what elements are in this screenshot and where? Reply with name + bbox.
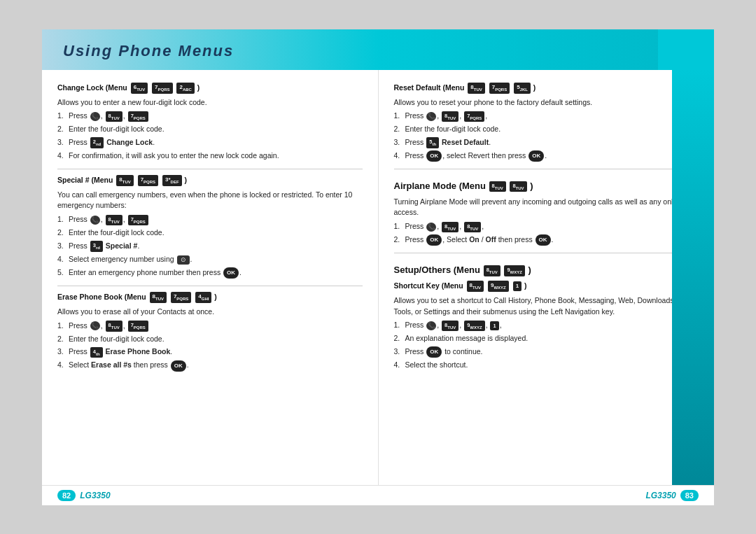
key-badge: 4GHI (195, 292, 211, 303)
key-badge: 2nd (90, 137, 104, 148)
airplane-mode-section: Airplane Mode (Menu 8TUV 8TUV ) Turning … (394, 179, 699, 246)
key-badge: 1 (490, 321, 498, 330)
left-model-name: LG3350 (80, 491, 110, 500)
page-container: Using Phone Menus Change Lock (Menu 6TUV… (42, 29, 714, 505)
right-page-number: 83 (680, 490, 699, 501)
step-item: 2.Press OK, Select On / Off then press O… (394, 234, 699, 246)
key-badge: 9WXYZ (464, 321, 485, 332)
setup-others-title: Setup/Others (Menu 8TUV 9WXYZ ) (394, 263, 699, 277)
ok-key: OK (426, 346, 442, 358)
nav-icon: ⊙ (177, 255, 190, 265)
change-lock-steps: 1.Press 📞, 8TUV, 7PQRS 2.Enter the four-… (57, 111, 363, 161)
header-bar: Using Phone Menus (42, 29, 714, 70)
key-badge: 8TUV (442, 321, 458, 332)
key-badge: 5JKL (514, 83, 531, 94)
step-item: 2.An explanation message is displayed. (394, 333, 699, 344)
step-item: 4.Select Erase all #s then press OK. (57, 360, 363, 371)
key-badge: 7PQRS (464, 111, 484, 122)
step-item: 3.Press OK to continue. (394, 346, 699, 358)
key-2: 2ABC (176, 83, 194, 94)
key-badge: 8TUV (106, 111, 122, 122)
phone-icon: 📞 (426, 321, 436, 330)
step-item: 2.Enter the four-digit lock code. (394, 124, 699, 135)
step-item: 4.Press OK, select Revert then press OK. (394, 150, 699, 162)
step-item: 5.Enter an emergency phone number then p… (57, 267, 363, 279)
key-badge: 8TUV (468, 83, 484, 94)
key-7: 7PQRS (152, 83, 172, 94)
key-badge: 8TUV (150, 292, 167, 303)
key-badge: 8TUV (464, 222, 481, 233)
special-hash-section: Special # (Menu 8TUV 7PQRS 3*DEF ) You c… (57, 175, 363, 279)
erase-phonebook-header: Erase Phone Book (Menu 8TUV 7PQRS 4GHI ) (57, 292, 363, 303)
divider (394, 169, 699, 169)
erase-phonebook-steps: 1.Press 📞, 8TUV, 7PQRS 2.Enter the four-… (57, 321, 363, 372)
right-panel-corner-decoration (672, 70, 714, 485)
key-badge: 8TUV (116, 175, 133, 186)
airplane-mode-title: Airplane Mode (Menu 8TUV 8TUV ) (394, 179, 699, 193)
key-badge: 7PQRS (138, 175, 158, 186)
ok-key: OK (171, 360, 186, 372)
shortcut-key-header: Shortcut Key (Menu 8TUV 9WXYZ 1 ) (394, 281, 699, 292)
key-badge: 3*DEF (162, 175, 182, 186)
key-badge: 8TUV (510, 181, 526, 192)
left-page-number: 82 (57, 490, 76, 501)
airplane-mode-description: Turning Airplane Mode will prevent any i… (394, 197, 699, 246)
key-badge: 8TUV (467, 281, 484, 292)
key-badge: 7PQRS (128, 321, 148, 332)
shortcut-key-steps: 1.Press 📞, 8TUV, 9WXYZ, 1, 2.An explanat… (394, 320, 699, 371)
ok-key: OK (528, 150, 544, 162)
step-item: 3.Press 5th Reset Default. (394, 137, 699, 148)
reset-default-description: Allows you to reset your phone to the fa… (394, 97, 699, 162)
key-6: 6TUV (131, 83, 148, 94)
change-lock-header: Change Lock (Menu 6TUV 7PQRS 2ABC ) (57, 83, 363, 94)
setup-others-section: Setup/Others (Menu 8TUV 9WXYZ ) Shortcut… (394, 263, 699, 371)
divider (57, 286, 363, 286)
step-item: 1.Press 📞, 8TUV, 7PQRS (57, 111, 363, 122)
left-panel: Change Lock (Menu 6TUV 7PQRS 2ABC ) Allo… (42, 70, 379, 485)
special-hash-steps: 1.Press 📞, 8TUV, 7PQRS 2.Enter the four-… (57, 214, 363, 279)
ok-key: OK (223, 267, 239, 279)
change-lock-description: Allows you to enter a new four-digit loc… (57, 97, 363, 162)
key-badge: 7PQRS (489, 83, 510, 94)
key-badge: 5th (426, 137, 439, 148)
footer-right: LG3350 83 (645, 490, 699, 501)
key-badge: 8TUV (106, 215, 122, 226)
phone-icon: 📞 (426, 223, 436, 232)
right-model-name: LG3350 (645, 491, 676, 500)
key-badge: 1 (513, 281, 522, 291)
step-item: 1.Press 📞, 8TUV, 7PQRS (57, 321, 363, 332)
step-item: 1.Press 📞, 8TUV, 8TUV, (394, 221, 699, 232)
step-item: 2.Enter the four-digit lock code. (57, 227, 363, 239)
key-badge: 4th (90, 347, 103, 358)
key-badge: 3rd (90, 241, 103, 252)
shortcut-key-section: Shortcut Key (Menu 8TUV 9WXYZ 1 ) Allows… (394, 281, 699, 371)
page-title: Using Phone Menus (63, 42, 234, 59)
airplane-mode-steps: 1.Press 📞, 8TUV, 8TUV, 2.Press OK, Selec… (394, 221, 699, 246)
right-panel: Reset Default (Menu 8TUV 7PQRS 5JKL ) Al… (379, 70, 715, 485)
erase-phonebook-section: Erase Phone Book (Menu 8TUV 7PQRS 4GHI )… (57, 292, 363, 372)
key-badge: 8TUV (484, 265, 500, 276)
footer-left: 82 LG3350 (57, 490, 111, 501)
step-item: 4.Select emergency number using ⊙. (57, 254, 363, 265)
phone-icon: 📞 (90, 321, 100, 330)
erase-phonebook-description: Allows you to erase all of your Contacts… (57, 307, 363, 372)
content-area: Change Lock (Menu 6TUV 7PQRS 2ABC ) Allo… (42, 70, 714, 485)
header-corner-decoration (658, 29, 714, 70)
step-item: 4.For confirmation, it will ask you to e… (57, 150, 363, 162)
reset-default-steps: 1.Press 📞, 8TUV, 7PQRS, 2.Enter the four… (394, 111, 699, 162)
key-badge: 8TUV (442, 111, 458, 122)
key-badge: 8TUV (106, 321, 122, 332)
phone-icon: 📞 (90, 112, 100, 121)
phone-icon: 📞 (426, 112, 436, 121)
key-badge: 9WXYZ (488, 281, 509, 292)
step-item: 1.Press 📞, 8TUV, 9WXYZ, 1, (394, 320, 699, 331)
key-badge: 7PQRS (171, 292, 191, 303)
divider (394, 253, 699, 253)
step-item: 3.Press 2nd Change Lock. (57, 137, 363, 148)
shortcut-key-description: Allows you to set a shortcut to Call His… (394, 295, 699, 371)
step-item: 1.Press 📞, 8TUV, 7PQRS (57, 214, 363, 225)
step-item: 2.Enter the four-digit lock code. (57, 124, 363, 135)
phone-icon: 📞 (90, 216, 100, 225)
key-badge: 8TUV (489, 181, 506, 192)
special-hash-description: You can call emergency numbers, even whe… (57, 190, 363, 279)
